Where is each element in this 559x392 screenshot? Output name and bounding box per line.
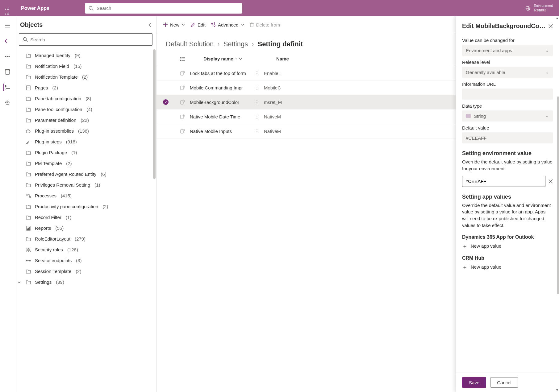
customization-icon — [175, 85, 190, 90]
scrollbar-thumb[interactable] — [153, 49, 156, 179]
row-more-button[interactable]: ⋮ — [255, 128, 264, 134]
breadcrumb-settings[interactable]: Settings — [223, 40, 248, 48]
cancel-button[interactable]: Cancel — [490, 377, 518, 388]
chevron-down-icon — [182, 24, 185, 26]
tree-item[interactable]: Managed Identity (9) — [24, 50, 155, 61]
tree-item-label: Productivity pane configuration — [35, 204, 98, 209]
tree-item[interactable]: Pages (2) — [24, 82, 155, 93]
rail-history[interactable] — [4, 99, 11, 106]
advanced-button[interactable]: Advanced — [211, 22, 244, 27]
drawer-title: Edit MobileBackgroundCo… — [462, 23, 545, 30]
tree-item[interactable]: Pane tool configuration (4) — [24, 104, 155, 115]
app-name: CRM Hub — [462, 255, 553, 261]
tree-item-label: Security roles — [35, 247, 63, 252]
tree-item[interactable]: PM Template (2) — [24, 158, 155, 169]
svg-point-33 — [211, 23, 213, 24]
release-level-select[interactable]: Generally available ⌄ — [462, 67, 553, 78]
svg-rect-35 — [250, 23, 253, 27]
tree-item[interactable]: Notification Template (2) — [24, 72, 155, 82]
rail-objects[interactable] — [3, 84, 11, 91]
tree-item[interactable]: Privileges Removal Setting (1) — [24, 179, 155, 190]
drawer-scrollbar[interactable] — [557, 97, 559, 294]
rail-overview[interactable] — [4, 68, 11, 76]
tree-item-count: (3) — [76, 258, 81, 263]
delete-button[interactable]: Delete from — [250, 22, 280, 27]
new-app-value-button[interactable]: ＋New app value — [462, 242, 553, 250]
chevron-right-icon: › — [217, 40, 219, 48]
edit-button[interactable]: Edit — [190, 22, 206, 27]
tree-item[interactable]: RoleEditorLayout (279) — [24, 233, 155, 244]
tree-item[interactable]: Parameter definition (22) — [24, 115, 155, 126]
column-display-name[interactable]: Display name ↑ — [203, 56, 276, 61]
tree-item-count: (415) — [61, 193, 72, 198]
svg-point-26 — [29, 248, 30, 250]
rail-back[interactable] — [4, 37, 11, 45]
data-type-select[interactable]: String ⌄ — [462, 110, 553, 122]
scroll-up-arrow[interactable]: ▲ — [555, 16, 559, 20]
folder-icon — [26, 204, 31, 209]
clear-env-value-button[interactable] — [549, 179, 553, 184]
scroll-down-arrow[interactable]: ▼ — [555, 388, 559, 392]
tree-item[interactable]: Session Template (2) — [24, 266, 155, 277]
customization-icon — [175, 100, 190, 105]
objects-collapse-button[interactable] — [148, 23, 151, 27]
tree-item[interactable]: Plugin Package (1) — [24, 147, 155, 158]
tree-item-count: (136) — [78, 128, 89, 134]
tree-item[interactable]: Notification Field (15) — [24, 61, 155, 72]
tree-item[interactable]: Productivity pane configuration (2) — [24, 201, 155, 212]
global-search[interactable] — [85, 3, 242, 14]
environment-picker[interactable]: Environment Retail3 — [525, 4, 553, 13]
tree-item-label: Pages — [35, 85, 48, 90]
customization-icon — [175, 114, 190, 119]
tree-item[interactable]: Reports (55) — [24, 223, 155, 233]
tree-item-label: Record Filter — [35, 215, 61, 220]
tree-item-label: Plugin Package — [35, 150, 67, 155]
new-button[interactable]: New — [163, 22, 185, 27]
steps-icon — [26, 140, 31, 144]
chevron-down-icon: ⌄ — [545, 69, 549, 75]
row-more-button[interactable]: ⋮ — [255, 114, 264, 119]
tree-item[interactable]: Preferred Agent Routed Entity (6) — [24, 169, 155, 179]
objects-panel: Objects Managed Identity (9)Notification… — [15, 16, 156, 392]
tree-item[interactable]: Settings (89) — [24, 277, 155, 287]
value-scope-select[interactable]: Environment and apps ⌄ — [462, 45, 553, 56]
tree-item[interactable]: Plug-in assemblies (136) — [24, 126, 155, 136]
objects-search[interactable] — [19, 33, 152, 46]
tree-item-label: Processes — [35, 193, 56, 198]
folder-icon — [26, 107, 31, 112]
info-url-field[interactable] — [462, 89, 553, 100]
tree-item-label: Parameter definition — [35, 118, 76, 123]
check-icon: ✓ — [163, 99, 169, 105]
objects-tree[interactable]: Managed Identity (9)Notification Field (… — [15, 49, 156, 392]
app-launcher-button[interactable] — [0, 6, 15, 11]
rail-menu-toggle[interactable] — [4, 22, 11, 29]
new-app-value-button[interactable]: ＋New app value — [462, 263, 553, 271]
global-search-input[interactable] — [97, 6, 239, 11]
drawer-close-button[interactable] — [549, 24, 553, 28]
save-button[interactable]: Save — [462, 377, 486, 388]
tree-item[interactable]: Security roles (128) — [24, 244, 155, 255]
breadcrumb-root[interactable]: Default Solution — [166, 40, 214, 48]
string-type-icon — [466, 114, 471, 118]
tree-item[interactable]: Record Filter (1) — [24, 212, 155, 223]
env-value-input[interactable] — [462, 176, 545, 187]
rail-more[interactable]: ••• — [4, 53, 11, 60]
row-more-button[interactable]: ⋮ — [255, 70, 264, 76]
tree-item[interactable]: Service endpoints (3) — [24, 255, 155, 266]
tree-item[interactable]: Plug-in steps (918) — [24, 136, 155, 147]
select-all-toggle[interactable] — [175, 57, 190, 61]
tree-item[interactable]: Pane tab configuration (8) — [24, 93, 155, 104]
search-icon — [89, 6, 94, 11]
tree-item-label: Service endpoints — [35, 258, 72, 263]
folder-icon — [26, 97, 31, 101]
row-select[interactable]: ✓ — [156, 99, 175, 105]
svg-point-0 — [89, 6, 92, 9]
chevron-down-icon — [18, 281, 21, 283]
folder-icon — [26, 53, 31, 58]
default-value-field[interactable]: #CEEAFF — [462, 132, 553, 143]
row-more-button[interactable]: ⋮ — [255, 85, 264, 90]
objects-search-input[interactable] — [30, 37, 148, 42]
row-more-button[interactable]: ⋮ — [255, 99, 264, 105]
tree-item[interactable]: Processes (415) — [24, 190, 155, 201]
folder-icon — [26, 161, 31, 166]
